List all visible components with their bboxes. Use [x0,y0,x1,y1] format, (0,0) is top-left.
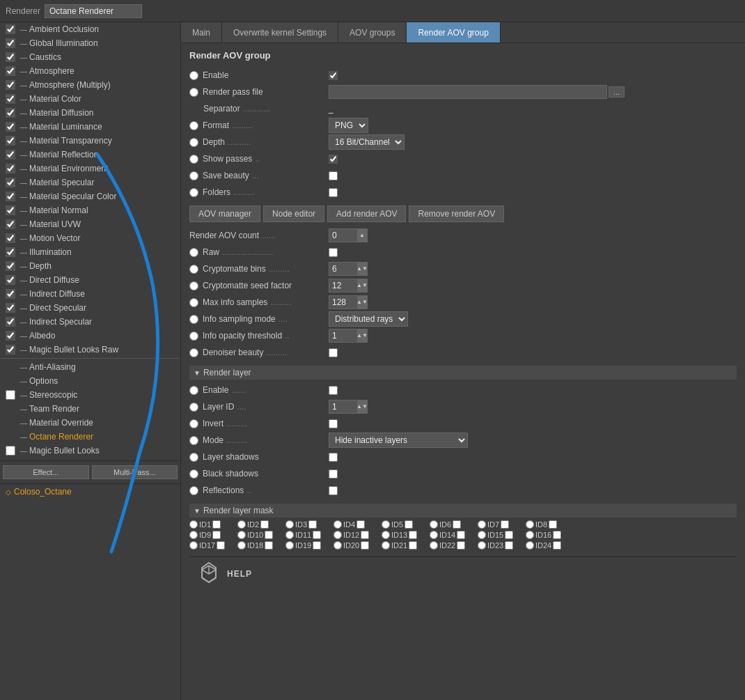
info-opacity-threshold-arrows[interactable]: ▲▼ [357,329,367,343]
enable-radio[interactable] [189,71,198,80]
raw-radio[interactable] [189,248,198,257]
info-sampling-mode-select[interactable]: Distributed rays [329,311,408,327]
sidebar-item-atmosphere-multiply[interactable]: —Atmosphere (Multiply) [0,78,180,92]
render-aov-count-input[interactable] [329,230,357,241]
sidebar-item-material-specular[interactable]: —Material Specular [0,176,180,189]
cryptomatte-seed-input[interactable] [329,280,357,291]
sidebar-item-material-transparency[interactable]: —Material Transparency [0,134,180,148]
tab-aov-groups[interactable]: AOV groups [338,22,407,42]
rl-layer-id-input[interactable] [329,401,357,412]
format-select[interactable]: PNG EXR TIFF [329,118,368,133]
sidebar-item-albedo[interactable]: —Albedo [0,329,180,343]
rl-black-shadows-checkbox[interactable] [329,469,338,479]
rl-layer-id-spinner[interactable]: ▲▼ [329,400,368,414]
sidebar-item-direct-specular[interactable]: —Direct Specular [0,301,180,315]
tab-render-aov-group[interactable]: Render AOV group [407,22,500,42]
rl-layer-shadows-checkbox[interactable] [329,453,338,462]
node-editor-button[interactable]: Node editor [263,205,324,222]
max-info-samples-arrows[interactable]: ▲▼ [357,295,367,309]
cryptomatte-bins-radio[interactable] [189,265,198,274]
rl-reflections-radio[interactable] [189,486,198,495]
rl-enable-radio[interactable] [189,386,198,395]
sidebar-item-material-override[interactable]: —Material Override [0,416,180,430]
rl-enable-checkbox[interactable] [329,386,338,395]
sidebar-item-material-diffusion[interactable]: —Material Diffusion [0,106,180,120]
sidebar-item-illumination[interactable]: —Illumination [0,245,180,259]
remove-render-aov-button[interactable]: Remove render AOV [409,205,504,222]
render-pass-file-input[interactable]: ./REN/$prj/$prj [329,85,607,99]
sidebar-item-team-render[interactable]: —Team Render [0,402,180,416]
rl-mode-radio[interactable] [189,436,198,445]
max-info-samples-radio[interactable] [189,298,198,307]
add-render-aov-button[interactable]: Add render AOV [327,205,406,222]
sidebar-item-octane-renderer[interactable]: —Octane Renderer [0,430,180,444]
tab-overwrite[interactable]: Overwrite kernel Settings [222,22,338,42]
sidebar-item-material-luminance[interactable]: —Material Luminance [0,120,180,134]
sidebar-item-atmosphere[interactable]: —Atmosphere [0,64,180,78]
sidebar-item-magic-bullet-looks[interactable]: —Magic Bullet Looks [0,444,180,458]
rl-reflections-checkbox[interactable] [329,486,338,495]
rl-invert-checkbox[interactable] [329,419,338,428]
save-beauty-checkbox[interactable] [329,171,338,180]
sidebar-item-direct-diffuse[interactable]: —Direct Diffuse [0,273,180,287]
depth-select[interactable]: 16 Bit/Channel 8 Bit/Channel 32 Bit/Chan… [329,134,405,150]
denoiser-beauty-checkbox[interactable] [329,348,338,357]
multi-pass-button[interactable]: Multi-Pass... [92,465,178,479]
show-passes-radio[interactable] [189,155,198,164]
rl-layer-id-arrows[interactable]: ▲▼ [357,400,367,414]
info-sampling-mode-radio[interactable] [189,315,198,324]
raw-checkbox[interactable] [329,248,338,257]
renderer-select[interactable]: Octane Renderer [45,4,142,18]
sidebar-item-magic-bullet-looks-raw[interactable]: —Magic Bullet Looks Raw [0,343,180,357]
rl-layer-shadows-radio[interactable] [189,453,198,462]
sidebar-item-material-color[interactable]: —Material Color [0,92,180,106]
rl-mode-select[interactable]: Hide inactive layers [329,433,468,448]
sidebar-item-material-reflection[interactable]: —Material Reflection [0,148,180,162]
render-layer-section-header[interactable]: ▼ Render layer [189,366,737,380]
show-passes-checkbox[interactable] [329,155,338,164]
sidebar-item-anti-aliasing[interactable]: —Anti-Aliasing [0,360,180,374]
cryptomatte-bins-arrows[interactable]: ▲▼ [357,262,367,276]
cryptomatte-seed-arrows[interactable]: ▲▼ [357,279,367,293]
denoiser-beauty-radio[interactable] [189,348,198,357]
save-beauty-radio[interactable] [189,171,198,180]
folders-radio[interactable] [189,188,198,197]
rl-black-shadows-radio[interactable] [189,469,198,479]
cryptomatte-bins-input[interactable] [329,263,357,274]
render-pass-file-browse[interactable]: ... [609,86,625,98]
render-aov-count-spinner[interactable]: ▲ [329,228,368,242]
sidebar-item-material-environment[interactable]: —Material Environment [0,162,180,176]
folders-checkbox[interactable] [329,188,338,197]
sidebar-item-motion-vector[interactable]: —Motion Vector [0,231,180,245]
cryptomatte-seed-spinner[interactable]: ▲▼ [329,279,368,293]
sidebar-item-indirect-specular[interactable]: —Indirect Specular [0,315,180,329]
sidebar-item-caustics[interactable]: —Caustics [0,50,180,64]
sidebar-item-material-specular-color[interactable]: —Material Specular Color [0,189,180,203]
sidebar-item-global-illumination[interactable]: —Global Illumination [0,36,180,50]
effect-button[interactable]: Effect... [3,465,89,479]
sidebar-item-depth[interactable]: —Depth [0,259,180,273]
enable-checkbox[interactable] [329,71,338,80]
sidebar-item-options[interactable]: —Options [0,374,180,388]
render-pass-file-radio[interactable] [189,88,198,97]
sidebar-item-ambient-occlusion[interactable]: —Ambient Occlusion [0,22,180,36]
format-radio[interactable] [189,121,198,130]
info-opacity-threshold-radio[interactable] [189,332,198,341]
tab-main[interactable]: Main [181,22,222,42]
render-layer-mask-section-header[interactable]: ▼ Render layer mask [189,504,737,518]
cryptomatte-seed-radio[interactable] [189,281,198,290]
sidebar-item-indirect-diffuse[interactable]: —Indirect Diffuse [0,287,180,301]
sidebar-item-material-normal[interactable]: —Material Normal [0,203,180,217]
cryptomatte-bins-spinner[interactable]: ▲▼ [329,262,368,276]
sidebar-item-stereoscopic[interactable]: —Stereoscopic [0,388,180,402]
sidebar-item-material-uvw[interactable]: —Material UVW [0,217,180,231]
info-opacity-threshold-input[interactable] [329,330,357,341]
spinner-up[interactable]: ▲ [357,228,367,242]
max-info-samples-input[interactable] [329,297,357,308]
rl-layer-id-radio[interactable] [189,403,198,412]
rl-invert-radio[interactable] [189,419,198,428]
depth-radio[interactable] [189,138,198,147]
info-opacity-threshold-spinner[interactable]: ▲▼ [329,329,368,343]
aov-manager-button[interactable]: AOV manager [189,205,260,222]
max-info-samples-spinner[interactable]: ▲▼ [329,295,368,309]
